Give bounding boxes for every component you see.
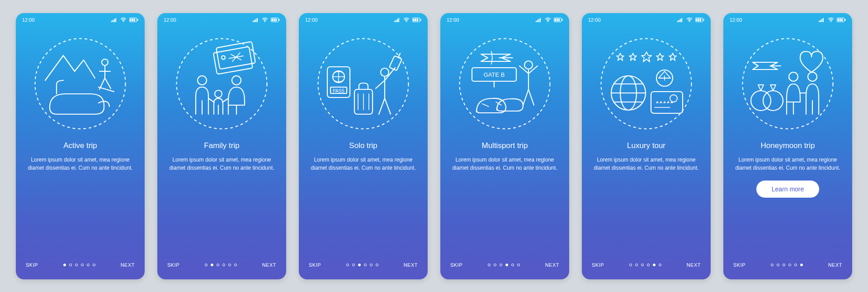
onboarding-nav: SKIP NEXT: [299, 253, 428, 279]
battery-icon: [271, 18, 280, 22]
svg-rect-1: [113, 20, 113, 22]
page-dot[interactable]: [211, 264, 213, 266]
honeymoon-trip-icon: [739, 35, 836, 132]
page-dots: [629, 264, 661, 266]
page-dot[interactable]: [494, 264, 496, 266]
signal-icon: [394, 18, 401, 22]
page-dot[interactable]: [69, 264, 72, 266]
page-dot[interactable]: [234, 264, 237, 266]
page-dot[interactable]: [788, 264, 791, 266]
page-dot[interactable]: [511, 264, 514, 266]
skip-button[interactable]: SKIP: [309, 262, 321, 268]
screen-title: Solo trip: [349, 141, 377, 150]
onboarding-nav: SKIP NEXT: [157, 253, 286, 279]
svg-text:PASS: PASS: [333, 88, 344, 93]
svg-rect-20: [274, 19, 275, 21]
page-dot[interactable]: [517, 264, 520, 266]
screen-desc: Lorem ipsum dolor sit amet, mea regione …: [310, 156, 417, 172]
page-dot[interactable]: [659, 264, 661, 266]
battery-icon: [554, 18, 563, 22]
svg-point-90: [789, 72, 798, 81]
svg-rect-50: [540, 18, 541, 22]
page-dot[interactable]: [228, 264, 231, 266]
svg-rect-8: [132, 19, 133, 21]
screen-desc: Lorem ipsum dolor sit amet, mea regione …: [593, 156, 700, 172]
page-dot[interactable]: [771, 264, 774, 266]
page-dot[interactable]: [364, 264, 367, 266]
page-dot[interactable]: [794, 264, 797, 266]
svg-rect-29: [394, 21, 395, 22]
svg-rect-68: [696, 19, 698, 21]
svg-point-16: [264, 21, 265, 22]
svg-rect-69: [698, 19, 699, 21]
page-dot[interactable]: [376, 264, 378, 266]
page-dot[interactable]: [505, 264, 508, 266]
next-button[interactable]: NEXT: [687, 262, 701, 268]
page-dot[interactable]: [647, 264, 650, 266]
svg-rect-37: [415, 19, 416, 21]
page-dot[interactable]: [346, 264, 349, 266]
page-dot[interactable]: [87, 264, 90, 266]
page-dot[interactable]: [500, 264, 502, 266]
page-dot[interactable]: [217, 264, 219, 266]
illustration: GATE B: [440, 28, 569, 140]
page-dot[interactable]: [777, 264, 779, 266]
content: Active trip Lorem ipsum dolor sit amet, …: [16, 140, 145, 253]
page-dot[interactable]: [629, 264, 632, 266]
page-dot[interactable]: [93, 264, 95, 266]
svg-point-27: [215, 90, 222, 97]
svg-point-81: [830, 21, 831, 22]
learn-more-button[interactable]: Learn more: [756, 181, 820, 198]
page-dot[interactable]: [75, 264, 78, 266]
page-dot[interactable]: [641, 264, 644, 266]
next-button[interactable]: NEXT: [828, 262, 842, 268]
page-dot[interactable]: [81, 264, 84, 266]
next-button[interactable]: NEXT: [121, 262, 135, 268]
skip-button[interactable]: SKIP: [733, 262, 745, 268]
status-time: 12:00: [305, 17, 318, 23]
svg-rect-30: [396, 20, 396, 22]
svg-point-65: [689, 21, 690, 22]
svg-rect-32: [398, 18, 399, 22]
page-dot[interactable]: [205, 264, 208, 266]
svg-rect-7: [130, 19, 132, 21]
next-button[interactable]: NEXT: [262, 262, 276, 268]
svg-rect-18: [279, 19, 280, 21]
skip-button[interactable]: SKIP: [450, 262, 462, 268]
svg-rect-61: [677, 21, 678, 22]
page-dot[interactable]: [635, 264, 638, 266]
page-dot[interactable]: [358, 264, 361, 266]
page-dot[interactable]: [653, 264, 656, 266]
page-dot[interactable]: [222, 264, 225, 266]
svg-point-51: [547, 21, 548, 22]
wifi-icon: [686, 18, 693, 22]
next-button[interactable]: NEXT: [404, 262, 418, 268]
svg-rect-55: [557, 19, 558, 21]
onboarding-nav: SKIP NEXT: [16, 253, 145, 279]
page-dot[interactable]: [63, 264, 66, 266]
page-dot[interactable]: [800, 264, 803, 266]
onboarding-nav: SKIP NEXT: [440, 253, 569, 279]
skip-button[interactable]: SKIP: [167, 262, 179, 268]
multisport-trip-icon: GATE B: [456, 35, 553, 132]
svg-rect-19: [272, 19, 273, 21]
page-dot[interactable]: [352, 264, 355, 266]
page-dot[interactable]: [488, 264, 491, 266]
skip-button[interactable]: SKIP: [26, 262, 38, 268]
svg-rect-6: [137, 19, 138, 21]
svg-rect-70: [700, 19, 701, 21]
onboarding-screen-multisport: 12:00 GATE B Multisport trip Lor: [440, 13, 569, 279]
svg-rect-14: [255, 19, 256, 22]
screen-title: Multisport trip: [481, 141, 528, 150]
status-bar: 12:00: [157, 13, 286, 27]
battery-icon: [837, 18, 846, 22]
skip-button[interactable]: SKIP: [592, 262, 604, 268]
page-dot[interactable]: [370, 264, 373, 266]
svg-rect-67: [703, 19, 704, 21]
svg-rect-23: [216, 42, 255, 69]
next-button[interactable]: NEXT: [545, 262, 559, 268]
page-dot[interactable]: [783, 264, 785, 266]
illustration: [723, 28, 852, 140]
status-time: 12:00: [588, 17, 601, 23]
illustration: [157, 28, 286, 140]
